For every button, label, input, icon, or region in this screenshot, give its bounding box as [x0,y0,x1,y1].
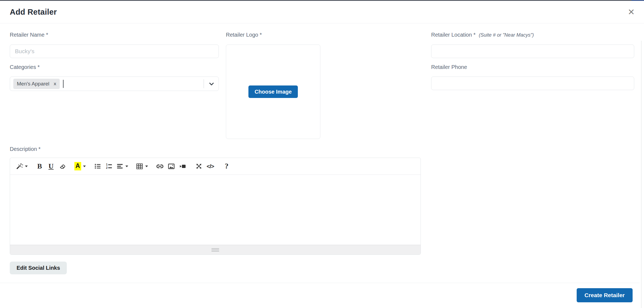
font-color-button[interactable]: A [73,160,87,173]
retailer-location-hint: (Suite # or "Near Macys") [479,32,534,38]
create-retailer-button[interactable]: Create Retailer [577,288,633,302]
unordered-list-button[interactable] [92,160,103,173]
chevron-down-icon[interactable] [208,80,215,87]
footer-divider [0,283,640,283]
description-editing-area[interactable] [10,175,421,245]
video-icon [179,163,187,170]
clear-format-button[interactable] [57,160,68,173]
close-icon: ✕ [628,7,635,17]
retailer-location-label: Retailer Location * (Suite # or "Near Ma… [431,32,634,38]
paragraph-align-button[interactable] [115,160,130,173]
text-cursor [63,80,64,88]
fullscreen-button[interactable] [193,160,205,173]
ordered-list-icon: 1 2 [105,163,113,170]
scrollbar-track[interactable] [641,41,642,308]
retailer-phone-field-group: Retailer Phone [431,64,634,90]
description-field-group: Description * [10,146,421,255]
insert-link-button[interactable] [154,160,166,173]
dropdown-caret-icon [145,166,148,167]
page-title: Add Retailer [10,8,57,17]
modal-header: Add Retailer ✕ [0,1,644,23]
link-icon [156,162,164,170]
insert-video-button[interactable] [177,160,188,173]
retailer-name-label: Retailer Name * [10,32,219,38]
category-tag: Men's Apparel x [13,79,60,89]
help-button[interactable]: ? [221,160,232,173]
retailer-phone-label: Retailer Phone [431,64,634,70]
retailer-logo-field-group: Retailer Logo * Choose Image [226,32,320,139]
edit-social-links-button[interactable]: Edit Social Links [10,262,67,274]
dropdown-caret-icon [25,166,28,167]
insert-table-button[interactable] [134,160,149,173]
dropdown-caret-icon [125,166,128,167]
resize-handle-icon[interactable] [211,248,219,252]
toolbar-group-view: </> [193,160,216,173]
category-tag-label: Men's Apparel [17,81,49,87]
toolbar-group-paragraph: 1 2 [92,160,130,173]
retailer-location-input[interactable] [431,45,634,58]
toolbar-group-table [134,160,149,173]
bold-button[interactable]: B [34,160,45,173]
categories-label: Categories * [10,64,219,70]
toolbar-group-style [14,160,29,173]
description-label: Description * [10,146,421,152]
eraser-icon [59,163,66,170]
categories-multiselect[interactable]: Men's Apparel x [10,77,219,91]
editor-toolbar: B U A [10,158,421,175]
toolbar-group-color: A [73,160,87,173]
table-icon [136,163,143,170]
code-view-icon: </> [207,163,214,170]
magic-wand-icon [16,163,23,170]
ordered-list-button[interactable]: 1 2 [103,160,115,173]
choose-image-button[interactable]: Choose Image [248,85,298,98]
toolbar-group-font: B U [34,160,68,173]
select-divider [204,79,204,88]
retailer-name-input[interactable] [10,45,219,58]
toolbar-group-insert [154,160,188,173]
unordered-list-icon [94,163,101,170]
close-button[interactable]: ✕ [626,7,637,17]
editor-statusbar [10,245,421,255]
retailer-location-label-text: Retailer Location * [431,32,475,38]
underline-button[interactable]: U [45,160,57,173]
logo-dropzone: Choose Image [226,45,320,139]
dropdown-caret-icon [83,166,86,167]
style-dropdown-button[interactable] [14,160,29,173]
remove-tag-icon[interactable]: x [54,81,56,86]
insert-picture-button[interactable] [166,160,177,173]
retailer-name-field-group: Retailer Name * [10,32,219,58]
fullscreen-icon [195,163,203,170]
retailer-phone-input[interactable] [431,77,634,90]
bold-icon: B [37,163,42,170]
rich-text-editor: B U A [10,158,421,255]
picture-icon [168,163,175,170]
retailer-location-field-group: Retailer Location * (Suite # or "Near Ma… [431,32,634,58]
svg-text:1: 1 [106,163,108,166]
categories-field-group: Categories * Men's Apparel x [10,64,219,91]
font-color-icon: A [74,162,81,170]
underline-icon: U [49,163,54,170]
help-icon: ? [225,163,229,170]
align-paragraph-icon [116,163,124,170]
retailer-logo-label: Retailer Logo * [226,32,320,38]
toolbar-group-help: ? [221,160,232,173]
code-view-button[interactable]: </> [205,160,216,173]
svg-text:2: 2 [106,166,108,169]
